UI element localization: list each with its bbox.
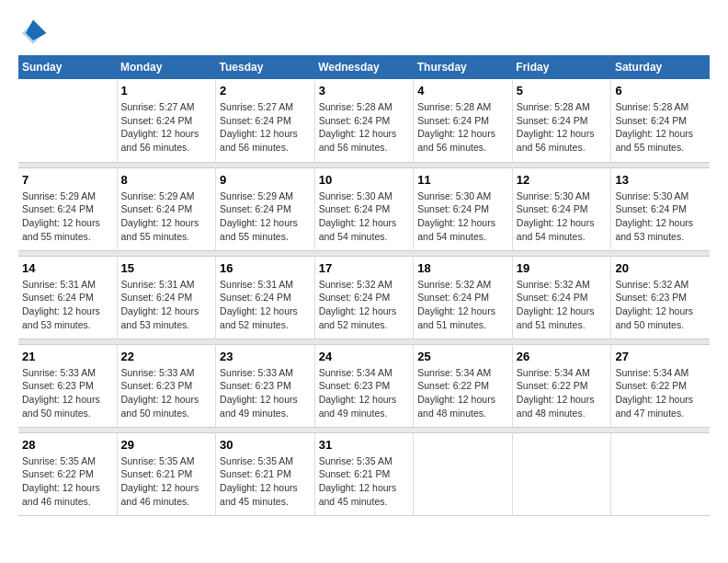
day-number: 5 (517, 84, 608, 98)
header-day-sunday: Sunday (18, 55, 117, 79)
day-number: 31 (319, 438, 410, 452)
day-info: Sunrise: 5:33 AM Sunset: 6:23 PM Dayligh… (22, 366, 113, 420)
day-number: 30 (220, 438, 311, 452)
day-number: 22 (121, 350, 212, 363)
day-number: 26 (517, 350, 608, 363)
day-info: Sunrise: 5:34 AM Sunset: 6:22 PM Dayligh… (417, 366, 508, 420)
calendar-body: 1Sunrise: 5:27 AM Sunset: 6:24 PM Daylig… (18, 79, 710, 515)
day-cell: 9Sunrise: 5:29 AM Sunset: 6:24 PM Daylig… (216, 167, 315, 250)
day-number: 8 (121, 173, 212, 187)
day-number: 2 (220, 84, 311, 98)
day-number: 23 (220, 350, 311, 363)
day-cell: 7Sunrise: 5:29 AM Sunset: 6:24 PM Daylig… (18, 167, 117, 250)
day-number: 1 (121, 84, 212, 98)
day-cell (414, 432, 513, 515)
day-cell: 31Sunrise: 5:35 AM Sunset: 6:21 PM Dayli… (314, 432, 414, 515)
day-cell: 3Sunrise: 5:28 AM Sunset: 6:24 PM Daylig… (314, 79, 414, 162)
day-cell: 19Sunrise: 5:32 AM Sunset: 6:24 PM Dayli… (512, 256, 611, 339)
day-cell: 6Sunrise: 5:28 AM Sunset: 6:24 PM Daylig… (611, 79, 710, 162)
day-info: Sunrise: 5:30 AM Sunset: 6:24 PM Dayligh… (319, 190, 410, 244)
day-cell: 25Sunrise: 5:34 AM Sunset: 6:22 PM Dayli… (414, 344, 513, 427)
day-number: 25 (417, 350, 508, 363)
day-cell: 10Sunrise: 5:30 AM Sunset: 6:24 PM Dayli… (314, 167, 414, 250)
calendar-table: SundayMondayTuesdayWednesdayThursdayFrid… (18, 55, 710, 516)
header-day-monday: Monday (117, 55, 216, 79)
header-day-wednesday: Wednesday (314, 55, 414, 79)
day-info: Sunrise: 5:28 AM Sunset: 6:24 PM Dayligh… (319, 100, 410, 155)
day-info: Sunrise: 5:34 AM Sunset: 6:23 PM Dayligh… (319, 366, 410, 420)
day-cell (18, 79, 117, 162)
day-cell (512, 432, 611, 515)
week-row-3: 14Sunrise: 5:31 AM Sunset: 6:24 PM Dayli… (18, 256, 710, 339)
logo (18, 18, 51, 48)
day-cell: 15Sunrise: 5:31 AM Sunset: 6:24 PM Dayli… (117, 256, 216, 339)
week-row-4: 21Sunrise: 5:33 AM Sunset: 6:23 PM Dayli… (18, 344, 710, 427)
day-cell: 28Sunrise: 5:35 AM Sunset: 6:22 PM Dayli… (18, 432, 117, 515)
header-day-thursday: Thursday (414, 55, 513, 79)
day-number: 18 (417, 261, 508, 275)
day-info: Sunrise: 5:31 AM Sunset: 6:24 PM Dayligh… (121, 278, 212, 332)
calendar-header: SundayMondayTuesdayWednesdayThursdayFrid… (18, 55, 710, 79)
day-cell: 26Sunrise: 5:34 AM Sunset: 6:22 PM Dayli… (512, 344, 611, 427)
day-number: 15 (121, 261, 212, 275)
header-day-saturday: Saturday (611, 55, 710, 79)
day-number: 28 (22, 438, 113, 452)
day-cell: 20Sunrise: 5:32 AM Sunset: 6:23 PM Dayli… (611, 256, 710, 339)
day-number: 24 (319, 350, 410, 363)
day-info: Sunrise: 5:28 AM Sunset: 6:24 PM Dayligh… (517, 100, 608, 155)
day-cell: 14Sunrise: 5:31 AM Sunset: 6:24 PM Dayli… (18, 256, 117, 339)
day-number: 19 (517, 261, 608, 275)
week-row-1: 1Sunrise: 5:27 AM Sunset: 6:24 PM Daylig… (18, 79, 710, 162)
logo-icon (18, 18, 48, 48)
day-info: Sunrise: 5:35 AM Sunset: 6:21 PM Dayligh… (121, 454, 212, 509)
day-info: Sunrise: 5:30 AM Sunset: 6:24 PM Dayligh… (517, 190, 608, 244)
day-number: 29 (121, 438, 212, 452)
day-cell: 17Sunrise: 5:32 AM Sunset: 6:24 PM Dayli… (314, 256, 414, 339)
day-info: Sunrise: 5:29 AM Sunset: 6:24 PM Dayligh… (121, 190, 212, 244)
day-number: 16 (220, 261, 311, 275)
day-number: 6 (615, 84, 706, 98)
day-number: 20 (615, 261, 706, 275)
day-info: Sunrise: 5:35 AM Sunset: 6:21 PM Dayligh… (319, 454, 410, 509)
day-info: Sunrise: 5:32 AM Sunset: 6:23 PM Dayligh… (615, 278, 706, 332)
page-header (18, 18, 710, 48)
day-number: 4 (417, 84, 508, 98)
day-cell: 1Sunrise: 5:27 AM Sunset: 6:24 PM Daylig… (117, 79, 216, 162)
day-cell: 11Sunrise: 5:30 AM Sunset: 6:24 PM Dayli… (414, 167, 513, 250)
day-info: Sunrise: 5:28 AM Sunset: 6:24 PM Dayligh… (417, 100, 508, 155)
day-cell: 8Sunrise: 5:29 AM Sunset: 6:24 PM Daylig… (117, 167, 216, 250)
day-cell: 16Sunrise: 5:31 AM Sunset: 6:24 PM Dayli… (216, 256, 315, 339)
day-info: Sunrise: 5:27 AM Sunset: 6:24 PM Dayligh… (121, 100, 212, 155)
day-number: 9 (220, 173, 311, 187)
day-number: 10 (319, 173, 410, 187)
day-cell: 5Sunrise: 5:28 AM Sunset: 6:24 PM Daylig… (512, 79, 611, 162)
day-number: 21 (22, 350, 113, 363)
day-number: 13 (615, 173, 706, 187)
day-info: Sunrise: 5:29 AM Sunset: 6:24 PM Dayligh… (22, 190, 113, 244)
day-number: 17 (319, 261, 410, 275)
day-cell: 4Sunrise: 5:28 AM Sunset: 6:24 PM Daylig… (414, 79, 513, 162)
day-cell: 23Sunrise: 5:33 AM Sunset: 6:23 PM Dayli… (216, 344, 315, 427)
day-info: Sunrise: 5:32 AM Sunset: 6:24 PM Dayligh… (417, 278, 508, 332)
day-cell: 30Sunrise: 5:35 AM Sunset: 6:21 PM Dayli… (216, 432, 315, 515)
day-cell: 24Sunrise: 5:34 AM Sunset: 6:23 PM Dayli… (314, 344, 414, 427)
day-cell: 18Sunrise: 5:32 AM Sunset: 6:24 PM Dayli… (414, 256, 513, 339)
day-info: Sunrise: 5:34 AM Sunset: 6:22 PM Dayligh… (517, 366, 608, 420)
day-number: 27 (615, 350, 706, 363)
day-info: Sunrise: 5:32 AM Sunset: 6:24 PM Dayligh… (319, 278, 410, 332)
week-row-5: 28Sunrise: 5:35 AM Sunset: 6:22 PM Dayli… (18, 432, 710, 515)
day-number: 7 (22, 173, 113, 187)
day-cell: 22Sunrise: 5:33 AM Sunset: 6:23 PM Dayli… (117, 344, 216, 427)
header-day-tuesday: Tuesday (216, 55, 315, 79)
day-number: 12 (517, 173, 608, 187)
day-info: Sunrise: 5:35 AM Sunset: 6:22 PM Dayligh… (22, 454, 113, 509)
day-info: Sunrise: 5:33 AM Sunset: 6:23 PM Dayligh… (220, 366, 311, 420)
day-info: Sunrise: 5:29 AM Sunset: 6:24 PM Dayligh… (220, 190, 311, 244)
day-info: Sunrise: 5:30 AM Sunset: 6:24 PM Dayligh… (417, 190, 508, 244)
day-info: Sunrise: 5:33 AM Sunset: 6:23 PM Dayligh… (121, 366, 212, 420)
day-cell (611, 432, 710, 515)
day-info: Sunrise: 5:32 AM Sunset: 6:24 PM Dayligh… (517, 278, 608, 332)
day-info: Sunrise: 5:31 AM Sunset: 6:24 PM Dayligh… (22, 278, 113, 332)
day-info: Sunrise: 5:30 AM Sunset: 6:24 PM Dayligh… (615, 190, 706, 244)
day-number: 3 (319, 84, 410, 98)
